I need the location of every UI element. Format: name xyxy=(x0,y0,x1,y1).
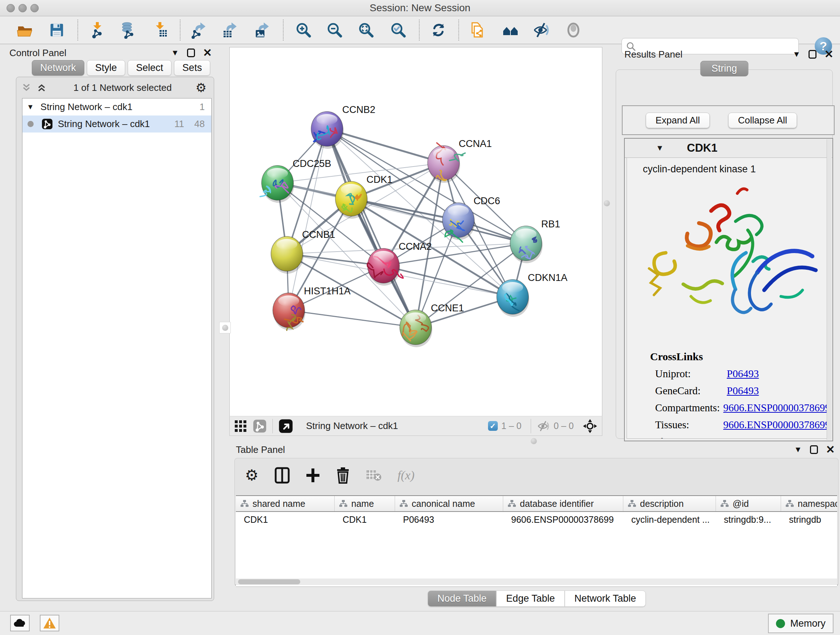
network-snapshot-button[interactable] xyxy=(468,21,486,39)
scrollbar-thumb[interactable] xyxy=(238,579,300,584)
network-node-cdkn1a[interactable]: CDKN1A xyxy=(497,272,568,317)
panel-menu-button[interactable]: ▼ xyxy=(793,50,801,59)
tab-network-table[interactable]: Network Table xyxy=(565,591,646,607)
network-node-ccnb1[interactable]: CCNB1 xyxy=(271,229,335,274)
tab-edge-table[interactable]: Edge Table xyxy=(496,591,565,607)
hidden-eye-slash-icon[interactable] xyxy=(537,420,550,432)
panel-close-button[interactable]: ✕ xyxy=(203,49,212,57)
network-node-ccnb2[interactable]: CCNB2 xyxy=(311,104,376,149)
column-header-name[interactable]: name xyxy=(335,496,395,511)
crosslink-label: GeneCard: xyxy=(655,385,727,397)
zoom-selected-button[interactable] xyxy=(389,21,407,39)
detach-view-icon[interactable] xyxy=(279,419,293,433)
crosslink-link[interactable]: 9606.ENSP00000378699 xyxy=(723,402,830,414)
close-window-button[interactable] xyxy=(6,4,15,12)
column-header--id[interactable]: @id xyxy=(716,496,781,511)
delete-column-trash-icon[interactable] xyxy=(336,467,350,484)
birdseye-view-button[interactable] xyxy=(501,21,519,39)
panel-menu-button[interactable]: ▼ xyxy=(171,48,179,57)
expand-all-button[interactable]: Expand All xyxy=(646,112,710,128)
network-node-ccne1[interactable]: CCNE1 xyxy=(400,302,464,347)
refresh-view-button[interactable] xyxy=(429,21,447,39)
tab-sets[interactable]: Sets xyxy=(174,60,210,76)
network-canvas[interactable]: CCNB2CCNA1CDC25BCDK1CDC6RB1CCNB1CCNA2CDK… xyxy=(229,47,602,416)
export-table-button[interactable] xyxy=(220,21,238,39)
function-builder-icon[interactable]: f(x) xyxy=(398,469,415,482)
cloud-status-button[interactable] xyxy=(10,615,30,631)
table-row[interactable]: CDK1CDK1P064939606.ENSP00000378699cyclin… xyxy=(236,512,837,527)
column-header-namespace[interactable]: namespace xyxy=(781,496,837,511)
zoom-in-button[interactable] xyxy=(294,21,313,39)
crosslink-label: Pharos: xyxy=(655,436,727,439)
crosslink-link[interactable]: P06493 xyxy=(727,436,759,439)
tab-node-table[interactable]: Node Table xyxy=(428,591,496,607)
column-header-description[interactable]: description xyxy=(623,496,716,511)
grid-view-icon[interactable] xyxy=(234,420,247,432)
hide-panels-button[interactable] xyxy=(532,21,550,39)
collapse-section-icon[interactable]: ▼ xyxy=(656,143,664,153)
delete-table-icon[interactable] xyxy=(366,469,382,482)
network-edge[interactable] xyxy=(327,129,444,163)
right-splitter-grip[interactable] xyxy=(603,198,611,208)
create-column-plus-icon[interactable] xyxy=(306,467,320,484)
show-columns-icon[interactable] xyxy=(275,467,290,484)
tab-select[interactable]: Select xyxy=(128,60,172,76)
save-session-button[interactable] xyxy=(48,21,66,39)
import-table-button[interactable] xyxy=(151,21,169,39)
tab-string[interactable]: String xyxy=(700,61,748,76)
collection-expand-icon[interactable]: ▼ xyxy=(27,103,34,111)
column-header-database-identifier[interactable]: database identifier xyxy=(503,496,623,511)
panel-float-button[interactable] xyxy=(810,445,818,454)
network-row-selected[interactable]: String Network – cdk1 11 48 xyxy=(22,116,211,133)
panel-menu-button[interactable]: ▼ xyxy=(794,445,802,454)
crosslink-row: Tissues:9606.ENSP00000378699 xyxy=(627,419,830,431)
network-edge-count: 48 xyxy=(194,119,205,130)
expand-all-icon[interactable] xyxy=(37,82,50,93)
import-network-button[interactable] xyxy=(88,21,107,39)
network-edge[interactable] xyxy=(289,310,416,327)
network-options-gear-icon[interactable]: ⚙ xyxy=(196,80,207,95)
node-label-hist1h1a: HIST1H1A xyxy=(304,286,351,296)
fit-content-crosshair-icon[interactable] xyxy=(583,418,598,434)
panel-close-button[interactable]: ✕ xyxy=(824,50,834,59)
collapse-all-icon[interactable] xyxy=(22,82,34,93)
panel-float-button[interactable] xyxy=(187,49,195,57)
eye-slash-icon xyxy=(532,21,550,39)
import-database-button[interactable] xyxy=(119,21,137,39)
tab-network[interactable]: Network xyxy=(32,60,84,76)
memory-button[interactable]: Memory xyxy=(768,614,834,633)
main-toolbar: ? xyxy=(0,16,840,44)
network-edge[interactable] xyxy=(289,129,327,310)
panel-close-button[interactable]: ✕ xyxy=(826,445,835,454)
network-collection-row[interactable]: ▼ String Network – cdk1 1 xyxy=(22,98,211,116)
collapse-all-button[interactable]: Collapse All xyxy=(728,112,797,128)
collection-label: String Network – cdk1 xyxy=(41,101,133,112)
left-splitter-grip[interactable] xyxy=(219,322,231,333)
network-node-hist1h1a[interactable]: HIST1H1A xyxy=(273,286,351,331)
selected-checkbox[interactable]: ✓ xyxy=(488,421,498,431)
warnings-button[interactable] xyxy=(40,615,59,631)
panel-float-button[interactable] xyxy=(808,50,816,59)
column-header-shared-name[interactable]: shared name xyxy=(236,496,335,511)
network-edge[interactable] xyxy=(327,129,416,327)
table-settings-gear-icon[interactable]: ⚙ xyxy=(245,466,259,484)
table-horizontal-scrollbar[interactable] xyxy=(236,578,837,585)
zoom-fit-button[interactable] xyxy=(357,21,375,39)
network-node-rb1[interactable]: RB1 xyxy=(510,219,561,263)
zoom-window-button[interactable] xyxy=(30,4,39,12)
export-image-button[interactable] xyxy=(253,21,271,39)
crosslink-link[interactable]: 9606.ENSP00000378699 xyxy=(723,419,830,431)
column-header-canonical-name[interactable]: canonical name xyxy=(395,496,503,511)
zoom-out-button[interactable] xyxy=(325,21,344,39)
show-panels-button[interactable] xyxy=(564,21,583,39)
gene-header[interactable]: ▼ CDK1 xyxy=(625,139,832,158)
minimize-window-button[interactable] xyxy=(19,4,27,12)
network-node-ccna1[interactable]: CCNA1 xyxy=(428,138,492,183)
open-session-button[interactable] xyxy=(16,21,34,39)
export-network-button[interactable] xyxy=(189,21,207,39)
results-scrollbar[interactable] xyxy=(827,139,832,440)
network-view-icon[interactable] xyxy=(253,419,267,433)
crosslink-link[interactable]: P06493 xyxy=(727,385,759,397)
tab-style[interactable]: Style xyxy=(87,60,125,76)
crosslink-link[interactable]: P06493 xyxy=(727,368,759,380)
